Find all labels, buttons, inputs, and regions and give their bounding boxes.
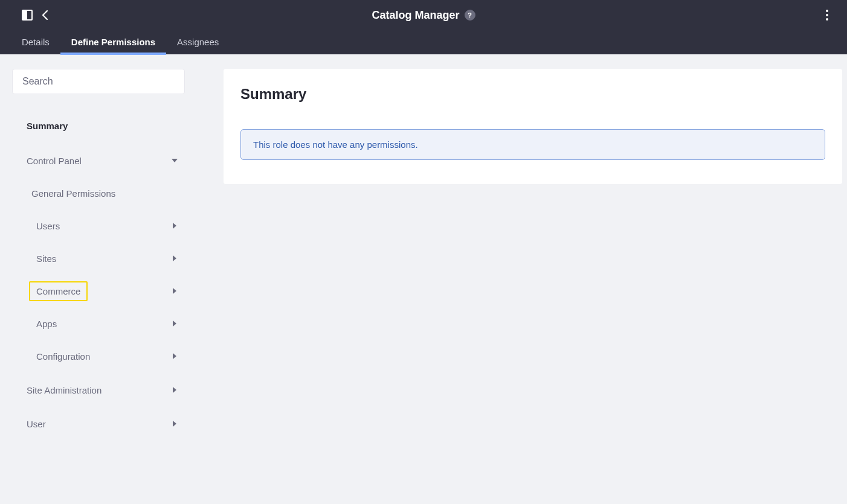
nav-item-site-administration[interactable]: Site Administration: [12, 378, 185, 402]
info-alert-text: This role does not have any permissions.: [253, 139, 418, 150]
svg-marker-11: [173, 387, 176, 393]
svg-point-4: [826, 18, 828, 21]
chevron-right-icon: [172, 421, 178, 427]
sidebar-toggle-icon[interactable]: [22, 10, 33, 21]
header-top-right: [825, 0, 829, 30]
nav-item-general-permissions[interactable]: General Permissions: [12, 181, 185, 205]
nav-item-commerce[interactable]: Commerce: [12, 279, 185, 303]
chevron-right-icon: [172, 223, 178, 229]
nav-label-general-permissions: General Permissions: [31, 188, 115, 199]
search-box[interactable]: [12, 69, 185, 94]
svg-marker-8: [173, 288, 176, 294]
chevron-right-icon: [172, 321, 178, 327]
svg-marker-7: [173, 255, 176, 261]
top-header: Catalog Manager ? Details Define Permiss…: [0, 0, 847, 54]
svg-marker-10: [173, 353, 176, 359]
nav-label-sites: Sites: [36, 254, 56, 264]
nav-item-control-panel[interactable]: Control Panel: [12, 148, 185, 173]
svg-marker-6: [173, 223, 176, 229]
nav-label-site-administration: Site Administration: [27, 385, 101, 395]
help-icon[interactable]: ?: [465, 10, 475, 21]
nav-label-user: User: [27, 419, 46, 429]
header-top-row: Catalog Manager ?: [0, 0, 847, 30]
svg-rect-1: [22, 10, 27, 20]
svg-point-3: [826, 14, 828, 16]
nav-item-apps[interactable]: Apps: [12, 311, 185, 336]
svg-marker-9: [173, 321, 176, 327]
chevron-down-icon: [172, 158, 178, 164]
info-alert: This role does not have any permissions.: [240, 129, 825, 160]
chevron-right-icon: [172, 255, 178, 261]
chevron-right-icon: [172, 288, 178, 294]
tab-assignees[interactable]: Assignees: [177, 37, 219, 54]
side-panel: Summary Control Panel General Permission…: [0, 54, 199, 504]
nav-label-users: Users: [36, 221, 60, 231]
nav-label-summary: Summary: [27, 121, 68, 131]
main-area: Summary This role does not have any perm…: [199, 54, 847, 504]
header-top-left: [0, 10, 51, 21]
summary-panel: Summary This role does not have any perm…: [224, 69, 842, 184]
nav-label-apps: Apps: [36, 319, 57, 329]
nav-label-control-panel: Control Panel: [27, 156, 82, 166]
chevron-right-icon: [172, 387, 178, 393]
nav-item-summary[interactable]: Summary: [12, 113, 185, 138]
nav-item-users[interactable]: Users: [12, 214, 185, 238]
tabs-row: Details Define Permissions Assignees: [0, 30, 847, 54]
tab-define-permissions[interactable]: Define Permissions: [71, 37, 155, 54]
svg-marker-5: [172, 159, 178, 162]
nav-item-user[interactable]: User: [12, 412, 185, 436]
nav-item-configuration[interactable]: Configuration: [12, 344, 185, 368]
more-menu-icon[interactable]: [825, 9, 829, 21]
nav-label-commerce: Commerce: [29, 281, 88, 301]
svg-point-2: [826, 10, 828, 12]
page-title: Catalog Manager: [372, 9, 459, 22]
svg-marker-12: [173, 421, 176, 427]
back-icon[interactable]: [40, 10, 51, 21]
header-title-wrap: Catalog Manager ?: [0, 9, 847, 22]
chevron-right-icon: [172, 353, 178, 359]
body-layout: Summary Control Panel General Permission…: [0, 54, 847, 504]
nav-item-sites[interactable]: Sites: [12, 246, 185, 270]
nav-label-configuration: Configuration: [36, 351, 90, 362]
tab-details[interactable]: Details: [22, 37, 50, 54]
panel-title: Summary: [240, 86, 825, 103]
search-input[interactable]: [22, 76, 175, 87]
